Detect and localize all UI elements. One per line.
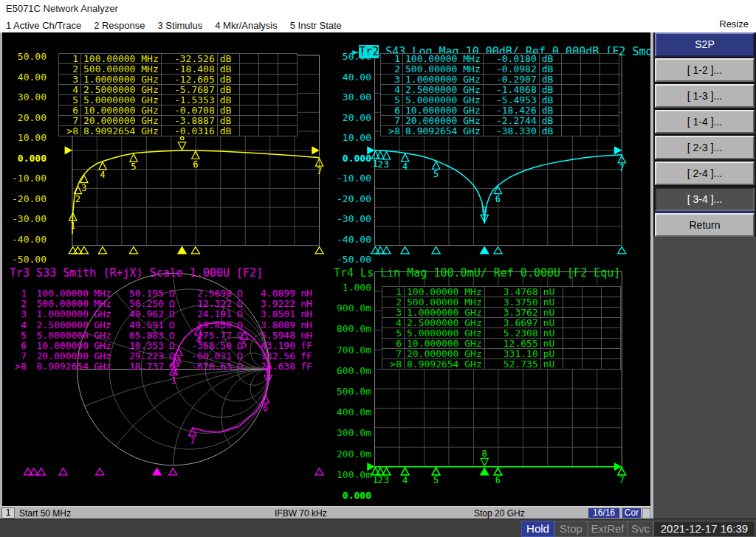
svg-text:3: 3 xyxy=(384,159,389,170)
tr3-marker-row: 55.0000000GHz65.883Ω175.77Ω5.5948nH xyxy=(7,330,317,341)
softkey-3[interactable]: [ 1-4 ]... xyxy=(655,110,755,134)
svg-text:6: 6 xyxy=(495,475,501,485)
tr3-stimulus-marker-7 xyxy=(315,468,323,475)
tr1-marker-4 xyxy=(99,162,106,170)
softkey-6[interactable]: [ 3-4 ]... xyxy=(655,187,755,211)
softkey-menu-empty-area xyxy=(653,237,756,519)
svg-text:2: 2 xyxy=(377,159,382,170)
marker-row: 31.0000000 GHz-0.2907dB xyxy=(381,75,619,85)
marker-row: 720.000000 GHz331.10pU xyxy=(382,349,621,359)
instrument-status-bar: Hold Stop ExtRef Svc 2021-12-17 16:39 xyxy=(0,519,756,537)
svg-text:3: 3 xyxy=(384,475,389,485)
tr2-marker-4 xyxy=(402,153,409,161)
tr4-header[interactable]: Tr4 Ls Lin Mag 100.0mU/ Ref 0.000U [F2 E… xyxy=(334,267,620,279)
tr2-y-label: 30.00 xyxy=(325,91,371,103)
tr1-y-label: 50.00 xyxy=(0,51,47,63)
tr1-y-label: 0.000 xyxy=(0,153,47,164)
channel-status-bar: 1 Start 50 MHz IFBW 70 kHz Stop 20 GHz 1… xyxy=(0,506,650,519)
marker-row: 55.0000000 GHz-1.5353dB xyxy=(59,95,298,105)
menu-item-2[interactable]: 2 Response xyxy=(94,20,145,31)
svg-text:6: 6 xyxy=(193,159,198,170)
tr2-ref-level-arrow-right xyxy=(614,146,622,154)
tr4-y-label: 600.0m xyxy=(325,365,371,377)
tr3-stimulus-marker-6 xyxy=(169,468,177,475)
tr1-stimulus-marker-5 xyxy=(129,247,137,254)
marker-row: 1100.00000 MHz-0.0180dB xyxy=(381,54,619,64)
softkey-2[interactable]: [ 1-3 ]... xyxy=(655,84,755,108)
tr4-marker-table: 1100.00000 MHz3.4768nU2500.00000 MHz3.37… xyxy=(382,286,621,370)
tr4-y-label: 700.0m xyxy=(325,344,371,356)
marker-row: 31.0000000 GHz-12.605dB xyxy=(59,75,298,85)
tr3-stimulus-marker-2 xyxy=(30,468,38,475)
tr4-y-label: 300.0m xyxy=(325,427,371,439)
tr3-marker-row: >88.9092654GHz18.737Ω-670.63Ω26.638fF xyxy=(7,361,317,372)
tr2-y-label: -20.00 xyxy=(325,193,371,205)
datetime-display: 2021-12-17 16:39 xyxy=(653,521,755,537)
marker-row: >88.9092654 GHz-38.330dB xyxy=(381,126,619,136)
marker-row: 42.5000000 GHz3.6697nU xyxy=(382,318,621,328)
softkey-4[interactable]: [ 2-3 ]... xyxy=(655,136,755,159)
tr2-y-label: 50.00 xyxy=(325,51,371,63)
svg-text:2: 2 xyxy=(377,475,382,485)
svg-text:5: 5 xyxy=(433,475,439,485)
window-title: E5071C Network Analyzer xyxy=(6,3,118,14)
svg-text:1: 1 xyxy=(70,221,75,231)
tr1-ref-level-arrow-right xyxy=(312,146,319,154)
tr1-y-label: 40.00 xyxy=(0,72,47,83)
tr1-stimulus-marker-6 xyxy=(191,247,199,254)
status-spare-box xyxy=(642,508,650,519)
svg-text:1: 1 xyxy=(171,375,176,386)
softkey-5[interactable]: [ 2-4 ]... xyxy=(655,162,755,185)
window-left-border xyxy=(0,32,2,506)
menu-item-1[interactable]: 1 Active Ch/Trace xyxy=(6,20,81,31)
sweep-progress-badge: 16/16 xyxy=(588,508,619,518)
menu-item-5[interactable]: 5 Instr State xyxy=(290,20,342,31)
tr4-y-label: 100.0m xyxy=(325,469,371,481)
tr1-marker-5 xyxy=(130,154,137,162)
softkey-1[interactable]: [ 1-2 ]... xyxy=(655,58,755,82)
tr1-header[interactable]: Tr1 S33 Log Mag 10.00dB/ Ref 0.000dB [F2… xyxy=(10,34,309,46)
softkey-return[interactable]: Return xyxy=(655,213,755,237)
tr3-stimulus-marker-3 xyxy=(37,468,45,475)
tr1-marker-table: 1100.00000 MHz-32.526dB2500.00000 MHz-18… xyxy=(58,53,298,136)
tr1-y-label: -50.00 xyxy=(0,254,47,266)
menu-item-3[interactable]: 3 Stimulus xyxy=(158,20,203,31)
tr1-stimulus-marker-7 xyxy=(315,247,323,254)
service-indicator: Svc xyxy=(628,521,653,537)
tr1-y-label: -20.00 xyxy=(0,193,47,205)
tr2-y-label: -10.00 xyxy=(325,173,371,184)
tr2-y-label: 10.00 xyxy=(325,132,371,144)
softkey-menu: S2P [ 1-2 ]...[ 1-3 ]...[ 1-4 ]...[ 2-3 … xyxy=(653,32,756,519)
softkey-menu-title: S2P xyxy=(655,32,755,57)
tr2-y-label: 40.00 xyxy=(325,72,371,83)
menu-bar: 1 Active Ch/Trace2 Response3 Stimulus4 M… xyxy=(0,16,756,32)
tr2-stimulus-marker-7 xyxy=(618,247,626,254)
marker-row: 42.5000000 GHz-5.7687dB xyxy=(59,85,298,95)
tr1-y-label: 10.00 xyxy=(0,132,47,144)
marker-row: 610.000000 GHz-0.0708dB xyxy=(59,105,298,116)
tr3-header[interactable]: Tr3 S33 Smith (R+jX) Scale 1.000U [F2] xyxy=(10,267,263,279)
tr3-marker-row: 2500.00000MHz50.250Ω12.322Ω3.9222nH xyxy=(7,299,317,309)
svg-text:7: 7 xyxy=(190,436,195,446)
tr2-y-label: 20.00 xyxy=(325,112,371,124)
tr2-y-label: -40.00 xyxy=(325,234,371,246)
tr2-y-label: -50.00 xyxy=(325,254,371,266)
marker-row: >88.9092654 GHz52.735nU xyxy=(382,359,621,370)
marker-row: 720.000000 GHz-2.2744dB xyxy=(381,116,619,126)
tr1-y-label: 30.00 xyxy=(0,91,47,103)
marker-row: 1100.00000 MHz-32.526dB xyxy=(59,54,298,64)
svg-text:8: 8 xyxy=(482,205,487,215)
marker-row: 720.000000 GHz-3.8887dB xyxy=(59,116,298,126)
tr2-marker-5 xyxy=(432,162,439,169)
tr2-stimulus-marker-8 xyxy=(481,247,489,254)
tr4-y-label: 1.000 xyxy=(325,282,371,294)
svg-text:3: 3 xyxy=(81,183,86,193)
tr4-marker-8 xyxy=(481,458,488,465)
tr1-stimulus-marker-4 xyxy=(98,247,106,254)
resize-button[interactable]: Resize xyxy=(719,18,749,30)
marker-row: 610.000000 GHz-18.426dB xyxy=(381,105,619,116)
menu-item-4[interactable]: 4 Mkr/Analysis xyxy=(215,20,278,31)
tr3-marker-row: 42.5000000GHz49.591Ω59.830Ω3.8089nH xyxy=(7,320,317,330)
tr2-y-label: -30.00 xyxy=(325,213,371,225)
marker-row: 2500.00000 MHz-18.408dB xyxy=(59,64,298,75)
